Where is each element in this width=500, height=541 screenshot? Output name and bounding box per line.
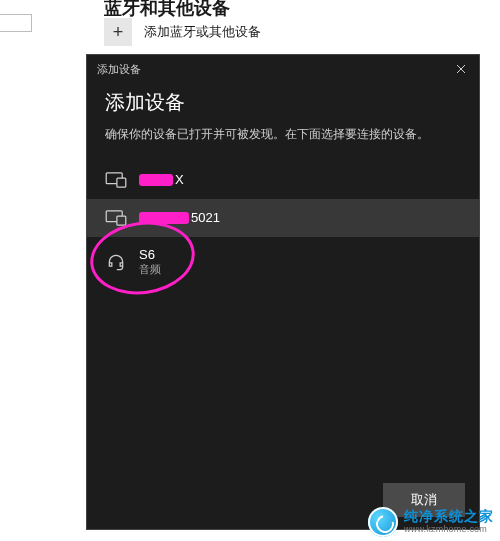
- add-device-label: 添加蓝牙或其他设备: [144, 23, 261, 41]
- headset-icon: [105, 253, 127, 271]
- device-row[interactable]: X: [87, 161, 479, 199]
- device-row[interactable]: 5021: [87, 199, 479, 237]
- dialog-footer: 取消: [87, 473, 479, 529]
- dialog-subtitle: 确保你的设备已打开并可被发现。在下面选择要连接的设备。: [105, 126, 461, 143]
- dialog-titlebar-text: 添加设备: [97, 62, 141, 77]
- page-title: 蓝牙和其他设备: [104, 0, 230, 20]
- dialog-titlebar: 添加设备: [87, 55, 479, 83]
- add-device-button[interactable]: + 添加蓝牙或其他设备: [104, 18, 261, 46]
- svg-rect-3: [117, 216, 126, 225]
- plus-icon: +: [104, 18, 132, 46]
- device-name: X: [139, 172, 184, 188]
- display-icon: [105, 209, 127, 227]
- cancel-button[interactable]: 取消: [383, 483, 465, 517]
- device-name: 5021: [139, 210, 220, 226]
- close-icon[interactable]: [451, 59, 471, 79]
- device-row[interactable]: S6 音频: [87, 237, 479, 287]
- sidebar-edge-fragment: [0, 14, 32, 32]
- redaction-mark: [139, 174, 173, 186]
- display-icon: [105, 171, 127, 189]
- redaction-mark: [139, 212, 189, 224]
- dialog-heading: 添加设备: [105, 89, 461, 116]
- device-subtype: 音频: [139, 263, 161, 277]
- device-name: S6: [139, 247, 161, 263]
- device-list: X 5021 S: [87, 161, 479, 287]
- svg-rect-1: [117, 178, 126, 187]
- add-device-dialog: 添加设备 添加设备 确保你的设备已打开并可被发现。在下面选择要连接的设备。 X: [86, 54, 480, 530]
